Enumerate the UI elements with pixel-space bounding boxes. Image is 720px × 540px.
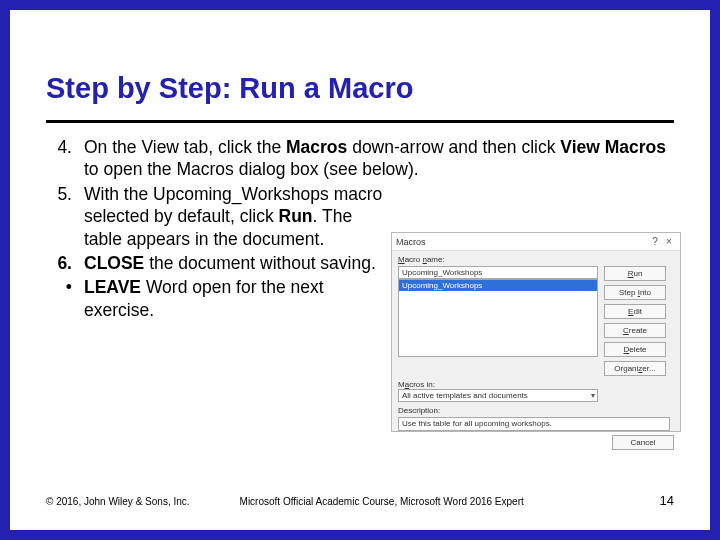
step-number: 5. — [46, 183, 84, 250]
dialog-footer: Cancel — [398, 435, 674, 450]
footer-course: Microsoft Official Academic Course, Micr… — [190, 496, 660, 507]
macros-in-dropdown[interactable]: All active templates and documents — [398, 389, 598, 402]
dialog-titlebar: Macros ? × — [392, 233, 680, 251]
create-button[interactable]: Create — [604, 323, 666, 338]
bold-text: Run — [279, 206, 313, 226]
page-number: 14 — [660, 493, 674, 508]
text: the document without saving. — [144, 253, 376, 273]
dialog-title: Macros — [396, 237, 648, 247]
dialog-buttons: Run Step Into Edit Create Delete Organiz… — [604, 266, 666, 376]
bold-text: View Macros — [560, 137, 666, 157]
text: reate — [629, 326, 647, 335]
dialog-left: Upcoming_Workshops Upcoming_Workshops — [398, 266, 598, 376]
text: dit — [633, 307, 641, 316]
macro-name-label: Macro name: — [398, 255, 674, 264]
slide-title: Step by Step: Run a Macro — [46, 72, 413, 105]
macros-in-label: Macros in: — [398, 380, 674, 389]
delete-button[interactable]: Delete — [604, 342, 666, 357]
slide-footer: © 2016, John Wiley & Sons, Inc. Microsof… — [46, 493, 674, 508]
slide: Step by Step: Run a Macro 4. On the View… — [10, 10, 710, 530]
step-text: With the Upcoming_Workshops macro select… — [84, 183, 384, 250]
dialog-body: Macro name: Upcoming_Workshops Upcoming_… — [392, 251, 680, 456]
cancel-button[interactable]: Cancel — [612, 435, 674, 450]
text: Step — [619, 288, 638, 297]
footer-copyright: © 2016, John Wiley & Sons, Inc. — [46, 496, 190, 507]
dialog-main: Upcoming_Workshops Upcoming_Workshops Ru… — [398, 266, 674, 376]
step-into-button[interactable]: Step Into — [604, 285, 666, 300]
help-icon[interactable]: ? — [648, 235, 662, 249]
title-underline — [46, 120, 674, 123]
step-text: LEAVE Word open for the next exercise. — [84, 276, 384, 321]
macro-list-item-selected[interactable]: Upcoming_Workshops — [399, 280, 597, 291]
bullet-marker: • — [46, 276, 84, 321]
description-box: Use this table for all upcoming workshop… — [398, 417, 670, 431]
bold-text: LEAVE — [84, 277, 141, 297]
run-button[interactable]: Run — [604, 266, 666, 281]
macros-dialog: Macros ? × Macro name: Upcoming_Workshop… — [391, 232, 681, 432]
organizer-button[interactable]: Organizer... — [604, 361, 666, 376]
step-text: CLOSE the document without saving. — [84, 252, 384, 274]
step-text: On the View tab, click the Macros down-a… — [84, 136, 674, 181]
step-4: 4. On the View tab, click the Macros dow… — [46, 136, 674, 181]
macro-name-input[interactable]: Upcoming_Workshops — [398, 266, 598, 279]
edit-button[interactable]: Edit — [604, 304, 666, 319]
text: elete — [629, 345, 646, 354]
close-icon[interactable]: × — [662, 235, 676, 249]
text: down-arrow and then click — [347, 137, 560, 157]
bold-text: CLOSE — [84, 253, 144, 273]
description-label: Description: — [398, 406, 674, 415]
text: nto — [640, 288, 651, 297]
text: to open the Macros dialog box (see below… — [84, 159, 419, 179]
step-number: 6. — [46, 252, 84, 274]
bold-text: Macros — [286, 137, 347, 157]
macro-list[interactable]: Upcoming_Workshops — [398, 279, 598, 357]
step-number: 4. — [46, 136, 84, 181]
text: On the View tab, click the — [84, 137, 286, 157]
